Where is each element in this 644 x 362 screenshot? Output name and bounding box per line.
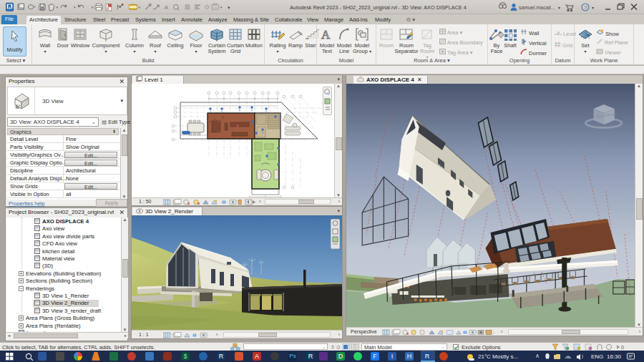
svg-text:▾: ▾ bbox=[138, 5, 140, 9]
svg-text:▾: ▾ bbox=[220, 5, 223, 9]
svg-text:samuel.macali...: samuel.macali... bbox=[519, 5, 555, 10]
svg-text:▾: ▾ bbox=[56, 5, 58, 9]
svg-text:▾: ▾ bbox=[92, 5, 94, 9]
svg-text:A: A bbox=[321, 28, 331, 41]
svg-text:x: x bbox=[187, 201, 190, 205]
svg-text:⁝: ⁝ bbox=[493, 331, 494, 335]
svg-text:▾: ▾ bbox=[74, 5, 76, 9]
svg-text:0: 0 bbox=[621, 345, 624, 350]
svg-text:x: x bbox=[406, 331, 409, 336]
svg-text:▾: ▾ bbox=[592, 6, 594, 10]
svg-text:x: x bbox=[197, 201, 200, 205]
svg-text:▾: ▾ bbox=[558, 6, 560, 10]
svg-text:A: A bbox=[165, 4, 169, 11]
svg-text:▾: ▾ bbox=[228, 5, 230, 10]
svg-text:?: ? bbox=[584, 4, 587, 11]
